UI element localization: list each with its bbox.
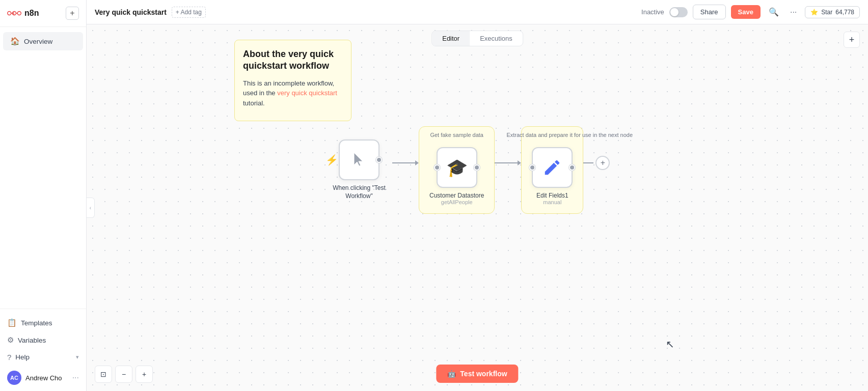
customer-datastore-node-wrapper: 🎓 Customer Datastore getAllPeople	[429, 147, 484, 205]
topbar-left: Very quick quickstart + Add tag	[95, 7, 206, 18]
connector-3: +	[583, 156, 610, 170]
tab-bar: Editor Executions	[431, 31, 523, 46]
topbar: Very quick quickstart + Add tag Inactive…	[87, 0, 868, 24]
connector-line-1	[392, 162, 415, 163]
templates-icon: 📋	[7, 318, 17, 327]
sidebar-item-overview-label: Overview	[24, 38, 52, 45]
info-card-link[interactable]: very quick quickstart	[277, 89, 337, 97]
node-group-2-label: Extract data and prepare it for use in t…	[506, 132, 598, 138]
connector-arrow-1	[415, 160, 419, 165]
cursor-icon	[350, 151, 368, 169]
sidebar-item-templates-label: Templates	[21, 319, 52, 327]
info-card-title: About the very quick quickstart workflow	[243, 48, 343, 72]
connector-1	[392, 160, 419, 165]
svg-point-0	[8, 12, 11, 15]
node-group-1: Get fake sample data 🎓 Customer Datastor…	[419, 126, 495, 214]
edit-fields1-node[interactable]	[532, 147, 573, 188]
test-workflow-icon: 🤖	[447, 370, 456, 378]
topbar-right: Inactive Share Save 🔍 ··· ⭐ Star 64,778	[641, 5, 860, 19]
svg-text:8: 8	[12, 12, 15, 16]
cursor-indicator: ↖	[666, 338, 674, 350]
node-group-1-label: Get fake sample data	[430, 132, 483, 138]
customer-datastore-sublabel: getAllPeople	[441, 199, 473, 205]
share-button[interactable]: Share	[693, 5, 726, 19]
customer-datastore-label: Customer Datastore	[429, 192, 484, 199]
sidebar-item-templates[interactable]: 📋 Templates	[7, 314, 79, 331]
connector-arrow-2	[518, 160, 521, 165]
edit-fields1-label: Edit Fields1	[536, 192, 568, 199]
sidebar-item-help-label: Help	[15, 353, 30, 361]
more-options-button[interactable]: ···	[787, 6, 800, 19]
sidebar-item-variables[interactable]: ⚙ Variables	[7, 331, 79, 349]
test-workflow-label: Test workflow	[460, 370, 507, 378]
sidebar-nav: 🏠 Overview	[0, 27, 86, 309]
edit-fields1-sublabel: manual	[543, 199, 561, 205]
main-area: Very quick quickstart + Add tag Inactive…	[87, 0, 868, 391]
edit-fields-node-wrapper: Edit Fields1 manual	[532, 147, 573, 205]
github-icon: ⭐	[810, 9, 818, 16]
sidebar-header: 8 n8n +	[0, 0, 86, 27]
zoom-out-button[interactable]: −	[115, 366, 132, 383]
collapse-sidebar-button[interactable]: ‹	[87, 198, 95, 218]
customer-datastore-input-dot	[434, 164, 440, 171]
fit-view-button[interactable]: ⊡	[95, 366, 112, 383]
github-star-label: Star	[821, 9, 832, 16]
sidebar-item-variables-label: Variables	[18, 337, 46, 344]
search-button[interactable]: 🔍	[766, 5, 782, 19]
info-card-body-suffix: tutorial.	[243, 99, 265, 107]
trigger-node[interactable]: ⚡	[339, 139, 379, 180]
user-row: AC Andrew Cho ···	[7, 366, 79, 386]
pencil-icon	[542, 158, 562, 177]
test-workflow-button[interactable]: 🤖 Test workflow	[436, 365, 518, 383]
help-chevron-icon: ▾	[76, 354, 79, 360]
help-icon: ?	[7, 353, 11, 361]
add-tag-button[interactable]: + Add tag	[172, 7, 206, 18]
github-star-button[interactable]: ⭐ Star 64,778	[805, 6, 860, 18]
workflow-canvas[interactable]: Editor Executions + ‹ About the very qui…	[87, 24, 868, 391]
info-card: About the very quick quickstart workflow…	[234, 40, 351, 121]
trigger-node-label: When clicking "Test Workflow"	[326, 184, 392, 200]
logo-text: n8n	[24, 9, 39, 18]
active-toggle[interactable]	[669, 7, 688, 17]
customer-datastore-output-dot	[474, 164, 480, 171]
zoom-in-icon: +	[142, 370, 146, 378]
save-button[interactable]: Save	[731, 5, 761, 19]
tab-executions[interactable]: Executions	[470, 31, 523, 46]
sidebar-footer: 📋 Templates ⚙ Variables ? Help ▾ AC Andr…	[0, 309, 86, 391]
info-card-body: This is an incomplete workflow, used in …	[243, 78, 343, 108]
user-name: Andrew Cho	[25, 374, 62, 382]
logo: 8 n8n	[7, 6, 39, 20]
zoom-in-button[interactable]: +	[135, 366, 153, 383]
trigger-node-wrapper: ⚡ When clicking "Test Workflow"	[326, 139, 392, 200]
edit-fields1-output-dot	[569, 164, 575, 171]
bottom-toolbar: ⊡ − +	[95, 366, 153, 383]
inactive-label: Inactive	[641, 8, 664, 16]
edit-fields1-input-dot	[529, 164, 535, 171]
sidebar-item-help[interactable]: ? Help ▾	[7, 349, 79, 366]
github-star-count: 64,778	[835, 9, 854, 16]
sidebar: 8 n8n + 🏠 Overview 📋 Templates ⚙ Variabl…	[0, 0, 87, 391]
workflow-title: Very quick quickstart	[95, 8, 167, 16]
toggle-knob	[670, 8, 679, 16]
connector-line-2	[495, 162, 518, 163]
user-info: AC Andrew Cho	[7, 371, 62, 385]
add-node-corner-button[interactable]: +	[844, 32, 860, 48]
sidebar-item-overview[interactable]: 🏠 Overview	[3, 32, 83, 50]
connector-line-3	[583, 162, 593, 163]
overview-icon: 🏠	[10, 37, 20, 46]
customer-datastore-node[interactable]: 🎓	[437, 147, 477, 188]
svg-point-2	[17, 12, 21, 15]
fit-view-icon: ⊡	[100, 370, 106, 378]
tab-editor[interactable]: Editor	[432, 31, 470, 46]
workflow-nodes: ⚡ When clicking "Test Workflow" Get fake…	[326, 126, 610, 214]
user-more-button[interactable]: ···	[72, 373, 79, 382]
n8n-logo-icon: 8	[7, 6, 21, 20]
info-card-wrapper: About the very quick quickstart workflow…	[234, 40, 382, 121]
zoom-out-icon: −	[122, 370, 126, 378]
add-end-node-button[interactable]: +	[595, 156, 610, 170]
node-group-2: Extract data and prepare it for use in t…	[521, 126, 583, 214]
sidebar-add-button[interactable]: +	[66, 7, 79, 20]
lightning-icon: ⚡	[326, 154, 338, 166]
connector-2	[495, 160, 521, 165]
user-avatar: AC	[7, 371, 21, 385]
